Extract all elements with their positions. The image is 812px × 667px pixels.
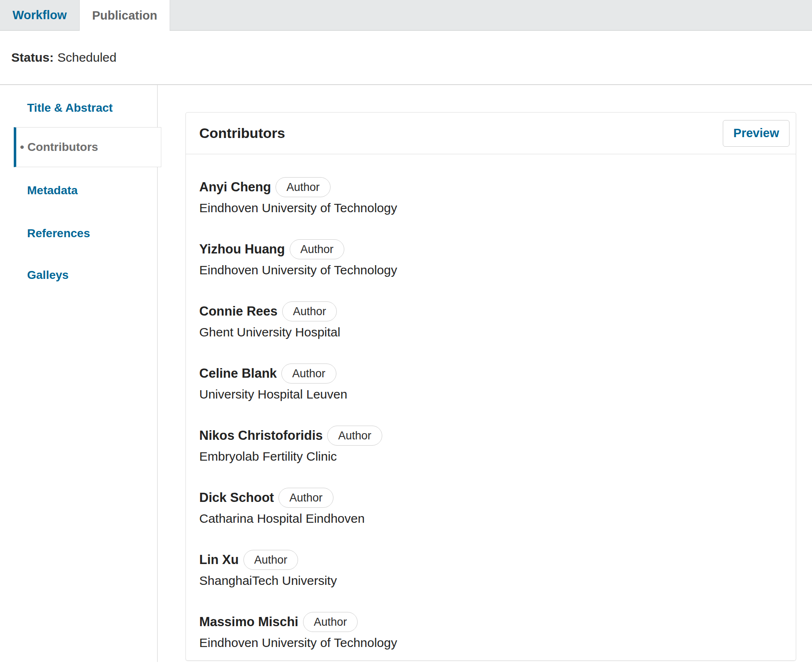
contributor-role-badge: Author [303, 612, 358, 632]
top-tab-bar: Workflow Publication [0, 0, 812, 31]
contributor-affiliation: Catharina Hospital Eindhoven [199, 509, 782, 528]
contributor-role-badge: Author [276, 177, 331, 197]
tab-publication-label: Publication [92, 9, 157, 23]
contributor-name-row: Lin Xu Author [199, 550, 782, 570]
contributor-affiliation: Eindhoven University of Technology [199, 199, 782, 217]
status-bar: Status: Scheduled [0, 31, 812, 85]
contributor-item: Anyi Cheng Author Eindhoven University o… [199, 177, 782, 217]
contributor-affiliation: Eindhoven University of Technology [199, 634, 782, 652]
contributor-role-badge: Author [282, 301, 337, 321]
contributor-name: Connie Rees [199, 304, 278, 319]
contributor-item: Yizhou Huang Author Eindhoven University… [199, 239, 782, 279]
contributor-role-badge: Author [243, 550, 298, 570]
tab-publication[interactable]: Publication [79, 0, 170, 31]
contributor-name: Yizhou Huang [199, 242, 285, 257]
sidebar-item-contributors-label: Contributors [28, 141, 98, 153]
contributor-role-badge: Author [281, 364, 336, 384]
contributor-affiliation: Embryolab Fertility Clinic [199, 447, 782, 466]
sidebar-item-galleys[interactable]: Galleys [0, 269, 157, 281]
tab-workflow-label: Workflow [13, 8, 67, 22]
contributor-item: Dick Schoot Author Catharina Hospital Ei… [199, 488, 782, 528]
contributor-name-row: Connie Rees Author [199, 301, 782, 321]
tab-workflow[interactable]: Workflow [0, 0, 79, 30]
contributors-panel: Contributors Preview Anyi Cheng Author E… [185, 112, 796, 661]
contributor-role-badge: Author [327, 426, 382, 446]
contributors-list: Anyi Cheng Author Eindhoven University o… [186, 154, 796, 660]
contributor-name: Nikos Christoforidis [199, 428, 323, 443]
contributor-item: Nikos Christoforidis Author Embryolab Fe… [199, 426, 782, 466]
contributor-name: Lin Xu [199, 552, 239, 567]
contributors-panel-header: Contributors Preview [186, 113, 796, 154]
contributor-name: Anyi Cheng [199, 180, 271, 195]
contributor-name-row: Celine Blank Author [199, 364, 782, 384]
contributor-item: Massimo Mischi Author Eindhoven Universi… [199, 612, 782, 652]
contributor-affiliation: University Hospital Leuven [199, 385, 782, 404]
contributor-name-row: Nikos Christoforidis Author [199, 426, 782, 446]
content-area: Title & Abstract • Contributors Metadata… [0, 85, 812, 662]
active-bullet-icon: • [20, 141, 24, 153]
contributor-role-badge: Author [278, 488, 333, 508]
sidebar-item-title-abstract[interactable]: Title & Abstract [0, 102, 157, 114]
contributor-name: Celine Blank [199, 366, 277, 381]
contributor-name-row: Anyi Cheng Author [199, 177, 782, 197]
status-label: Status: [11, 50, 54, 65]
contributor-affiliation: Ghent University Hospital [199, 323, 782, 341]
sidebar-item-contributors[interactable]: • Contributors [14, 127, 161, 167]
publication-sidebar: Title & Abstract • Contributors Metadata… [0, 85, 158, 662]
contributor-name-row: Dick Schoot Author [199, 488, 782, 508]
main-content: Contributors Preview Anyi Cheng Author E… [158, 85, 812, 662]
preview-button[interactable]: Preview [723, 120, 789, 147]
contributor-affiliation: Eindhoven University of Technology [199, 261, 782, 279]
contributor-item: Lin Xu Author ShanghaiTech University [199, 550, 782, 590]
contributor-item: Connie Rees Author Ghent University Hosp… [199, 301, 782, 341]
contributor-affiliation: ShanghaiTech University [199, 572, 782, 590]
contributor-name: Massimo Mischi [199, 614, 298, 629]
sidebar-item-metadata[interactable]: Metadata [0, 184, 157, 197]
contributor-name-row: Massimo Mischi Author [199, 612, 782, 632]
panel-title: Contributors [199, 125, 285, 141]
contributor-item: Celine Blank Author University Hospital … [199, 364, 782, 404]
sidebar-item-references[interactable]: References [0, 227, 157, 240]
contributor-name-row: Yizhou Huang Author [199, 239, 782, 259]
contributor-role-badge: Author [290, 239, 345, 259]
contributor-name: Dick Schoot [199, 490, 274, 505]
status-value: Scheduled [58, 50, 117, 65]
